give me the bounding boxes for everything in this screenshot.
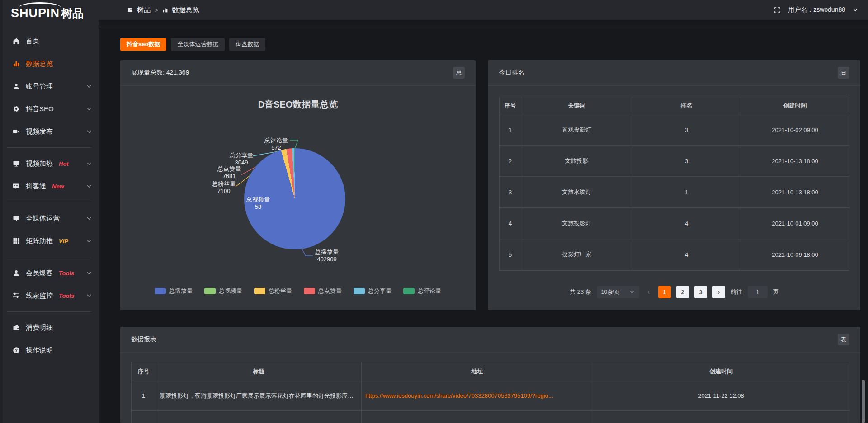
next-page-button[interactable]: ›: [712, 286, 725, 298]
breadcrumb-separator: >: [155, 7, 158, 14]
table-view-button[interactable]: 表: [838, 334, 849, 345]
chevron-down-icon: [86, 84, 92, 89]
sidebar-item-抖客通[interactable]: 抖客通New: [0, 175, 99, 197]
header-divider: [99, 27, 868, 27]
gear-icon: [12, 105, 20, 113]
legend-item-总粉丝量[interactable]: 总粉丝量: [254, 287, 292, 295]
tab-全媒体运营数据[interactable]: 全媒体运营数据: [171, 38, 225, 51]
sidebar-item-label: 线索监控: [26, 291, 53, 300]
wallet-icon: [12, 324, 20, 331]
ranking-cell: 2: [500, 146, 521, 177]
sidebar-divider: [7, 147, 91, 148]
legend-swatch: [403, 288, 415, 294]
legend-swatch: [155, 288, 166, 294]
pie-label-name: 总播放量: [300, 249, 354, 256]
page-button-3[interactable]: 3: [694, 286, 707, 298]
legend-label: 总视频量: [219, 287, 242, 295]
chat-icon: [12, 183, 20, 190]
sidebar-menu: 首页数据总览账号管理抖音SEO视频发布视频加热Hot抖客通New全媒体运营矩阵助…: [0, 26, 99, 362]
sidebar-item-账号管理[interactable]: 账号管理: [0, 75, 99, 98]
ranking-cell: 文旅投影灯: [521, 208, 632, 239]
sidebar-item-首页[interactable]: 首页: [0, 30, 99, 52]
legend-item-总点赞量[interactable]: 总点赞量: [304, 287, 342, 295]
sidebar-item-抖音SEO[interactable]: 抖音SEO: [0, 98, 99, 120]
page-size-select[interactable]: 10条/页: [597, 286, 639, 298]
topbar-right: 用户名：zswodun88: [774, 0, 858, 20]
report-cell: [156, 411, 362, 423]
chevron-down-icon[interactable]: [853, 7, 858, 13]
tab-抖音seo数据[interactable]: 抖音seo数据: [120, 38, 166, 51]
report-cell: https://www.iesdouyin.com/share/video/70…: [362, 381, 593, 411]
svg-text:?: ?: [15, 348, 18, 352]
app-logo[interactable]: SHUPIN 树品: [0, 0, 99, 26]
pie-label-value: 7681: [202, 173, 256, 180]
legend-item-总视频量[interactable]: 总视频量: [204, 287, 242, 295]
dashboard-page: { "topbar": { "logo_en": "SHUPIN", "logo…: [0, 0, 868, 423]
sidebar-item-操作说明[interactable]: ?操作说明: [0, 339, 99, 362]
breadcrumb-item[interactable]: 数据总览: [172, 6, 199, 14]
pie-label-value: 402909: [300, 256, 354, 263]
ranking-cell: 5: [500, 239, 521, 270]
mini-chart-icon: [162, 7, 168, 13]
pie-label-总播放量: 总播放量402909: [300, 249, 354, 263]
column-header-关键词: 关键词: [521, 97, 632, 114]
fullscreen-icon[interactable]: [774, 7, 781, 14]
chevron-down-icon: [86, 216, 92, 221]
ranking-cell: 3: [500, 177, 521, 208]
chevron-down-icon: [86, 161, 92, 166]
column-header-标题: 标题: [156, 362, 362, 381]
pie-label-name: 总点赞量: [202, 165, 256, 173]
breadcrumb-item[interactable]: 树品: [137, 6, 151, 14]
legend-item-总评论量[interactable]: 总评论量: [403, 287, 441, 295]
legend-label: 总评论量: [418, 287, 441, 295]
sidebar-item-视频发布[interactable]: 视频发布: [0, 120, 99, 143]
legend-item-总分享量[interactable]: 总分享量: [354, 287, 392, 295]
sidebar-item-矩阵助推[interactable]: 矩阵助推VIP: [0, 230, 99, 252]
username-label[interactable]: 用户名：zswodun88: [788, 6, 845, 14]
page-button-2[interactable]: 2: [676, 286, 689, 298]
video-camera-icon: [12, 128, 20, 135]
goto-page-input[interactable]: 1: [748, 286, 768, 298]
sidebar-item-数据总览[interactable]: 数据总览: [0, 52, 99, 75]
report-link[interactable]: https://www.iesdouyin.com/share/video/70…: [365, 392, 589, 399]
sidebar-item-视频加热[interactable]: 视频加热Hot: [0, 152, 99, 175]
topbar: 树品>数据总览 用户名：zswodun88: [0, 0, 868, 20]
legend-swatch: [254, 288, 265, 294]
prev-page-icon[interactable]: ‹: [645, 288, 653, 296]
sidebar-divider: [7, 257, 91, 257]
sidebar-item-badge: New: [52, 183, 64, 190]
main-content: 抖音seo数据全媒体运营数据询盘数据 展现量总数: 421,369 总 D音SE…: [99, 0, 868, 423]
pie-label-name: 总分享量: [214, 152, 269, 159]
legend-label: 总粉丝量: [269, 287, 292, 295]
data-tabs: 抖音seo数据全媒体运营数据询盘数据: [120, 38, 265, 51]
ranking-cell: 3: [632, 114, 741, 146]
chevron-down-icon: [629, 289, 635, 295]
sidebar-item-会员爆客[interactable]: 会员爆客Tools: [0, 262, 99, 284]
sidebar-item-消费明细[interactable]: 消费明细: [0, 316, 99, 339]
pie-label-value: 7100: [197, 188, 251, 195]
sidebar-item-全媒体运营[interactable]: 全媒体运营: [0, 207, 99, 230]
day-view-button[interactable]: 日: [838, 67, 849, 79]
sliders-icon: [12, 292, 20, 299]
ranking-cell: 景观投影灯: [521, 114, 632, 146]
pie-label-总粉丝量: 总粉丝量7100: [197, 180, 251, 195]
chevron-down-icon: [86, 238, 92, 244]
legend-item-总播放量[interactable]: 总播放量: [155, 287, 193, 295]
bar-chart-icon: [12, 60, 20, 67]
report-table: 序号标题地址创建时间1景观投影灯，夜游景观投影灯厂家展示展示落花灯在花园里的灯光…: [131, 362, 849, 423]
tab-询盘数据[interactable]: 询盘数据: [229, 38, 265, 51]
sidebar-item-线索监控[interactable]: 线索监控Tools: [0, 284, 99, 307]
home-icon: [12, 38, 20, 45]
pagination-total: 共 23 条: [570, 288, 591, 296]
pie-label-name: 总评论量: [249, 137, 303, 144]
sidebar-item-badge: Tools: [59, 292, 74, 299]
pie-label-name: 总粉丝量: [197, 180, 251, 188]
report-panel: 数据报表 表 序号标题地址创建时间1景观投影灯，夜游景观投影灯厂家展示展示落花灯…: [120, 327, 860, 423]
report-cell: [593, 411, 849, 423]
logo-text-en: SHUPIN: [11, 6, 60, 20]
page-button-1[interactable]: 1: [658, 286, 671, 298]
sidebar-item-label: 会员爆客: [26, 269, 53, 277]
page-scrollbar[interactable]: [862, 380, 865, 423]
ranking-panel: 今日排名 日 序号关键词排名创建时间1景观投影灯32021-10-02 09:0…: [488, 60, 860, 310]
ranking-cell: 4: [500, 208, 521, 239]
